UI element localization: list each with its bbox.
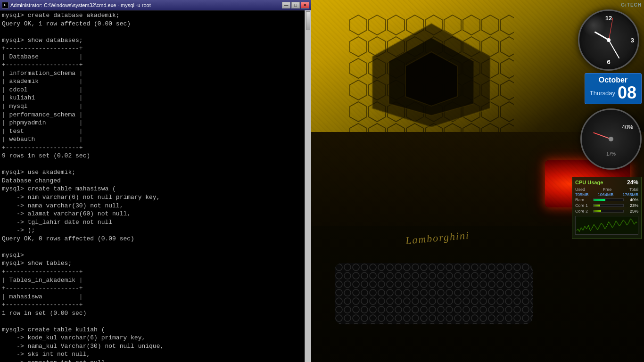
cpu-core1-bar-row: Core 1 23% <box>575 203 638 208</box>
svg-rect-7 <box>335 263 533 324</box>
close-button[interactable]: ✕ <box>301 2 309 8</box>
cpu-stat-used-label: Used <box>575 187 585 192</box>
speedometer-center <box>609 137 613 141</box>
cpu-stat-free-label: Free <box>603 187 612 192</box>
cpu-ram-label: Ram <box>575 197 592 202</box>
speedometer-widget: 40% 17% <box>580 108 642 170</box>
widget-panel: GiTECH 12 3 6 October Thursday 08 40% 17… <box>569 0 644 362</box>
cmd-window-icon: C <box>2 2 8 8</box>
cpu-usage-percent: 24% <box>627 179 638 186</box>
speedometer-face: 40% 17% <box>580 108 642 170</box>
date-weekday: Thursday <box>590 90 615 97</box>
cpu-ram-pct: 40% <box>625 197 638 202</box>
cpu-title-text: CPU Usage <box>575 180 603 185</box>
gitech-logo: GiTECH <box>621 2 642 8</box>
speedometer-label: 17% <box>606 151 616 156</box>
clock-number-12: 12 <box>605 15 612 22</box>
cmd-content-area[interactable]: mysql> create database akademik; Query O… <box>0 10 311 362</box>
cpu-ram-free: 1064MB <box>598 192 614 197</box>
cmd-window-controls[interactable]: — □ ✕ <box>282 2 309 8</box>
cpu-ram-total: 1765MB <box>622 192 638 197</box>
cpu-core1-bar-fill <box>594 205 600 206</box>
cpu-core1-pct: 23% <box>625 203 638 208</box>
clock-widget: 12 3 6 <box>578 9 639 71</box>
cpu-core2-label: Core 2 <box>575 209 592 214</box>
scrollbar-thumb[interactable] <box>306 11 310 30</box>
date-widget: October Thursday 08 <box>585 73 642 104</box>
cpu-core2-bar-row: Core 2 25% <box>575 209 638 214</box>
cpu-core1-label: Core 1 <box>575 203 592 208</box>
scrollbar[interactable] <box>305 10 311 362</box>
cmd-title-text: Administrator: C:\Windows\system32\cmd.e… <box>10 2 151 8</box>
cpu-ram-bar-row: Ram 40% <box>575 197 638 202</box>
clock-minute-hand <box>608 40 619 59</box>
maximize-button[interactable]: □ <box>291 2 300 8</box>
clock-number-6: 6 <box>607 58 610 66</box>
clock-face: 12 3 6 <box>578 9 639 71</box>
speedometer-percent: 40% <box>622 124 633 131</box>
cpu-ram-bar-bg <box>593 198 624 201</box>
cpu-title-row: CPU Usage 24% <box>575 179 638 186</box>
cpu-core2-pct: 25% <box>625 209 638 214</box>
cpu-stats-headers: Used Free Total <box>575 187 638 192</box>
minimize-button[interactable]: — <box>282 2 290 8</box>
cpu-ram-bar-fill <box>594 199 605 201</box>
cpu-core2-bar-fill <box>594 210 601 212</box>
clock-center-dot <box>607 38 611 42</box>
cpu-ram-used: 705MB <box>575 192 589 197</box>
cpu-core1-bar-bg <box>593 204 624 207</box>
cpu-ram-values: 705MB 1064MB 1765MB <box>575 192 638 197</box>
cpu-widget: CPU Usage 24% Used Free Total 705MB 1064… <box>572 177 642 239</box>
cmd-titlebar: C Administrator: C:\Windows\system32\cmd… <box>0 0 311 10</box>
cpu-graph-canvas <box>575 216 638 235</box>
date-day-number: 08 <box>618 84 636 101</box>
clock-number-3: 3 <box>631 37 634 44</box>
terminal-output: mysql> create database akademik; Query O… <box>0 10 311 362</box>
cmd-window[interactable]: C Administrator: C:\Windows\system32\cmd… <box>0 0 311 362</box>
cpu-stat-total-label: Total <box>629 187 638 192</box>
cpu-core2-bar-bg <box>593 210 624 213</box>
